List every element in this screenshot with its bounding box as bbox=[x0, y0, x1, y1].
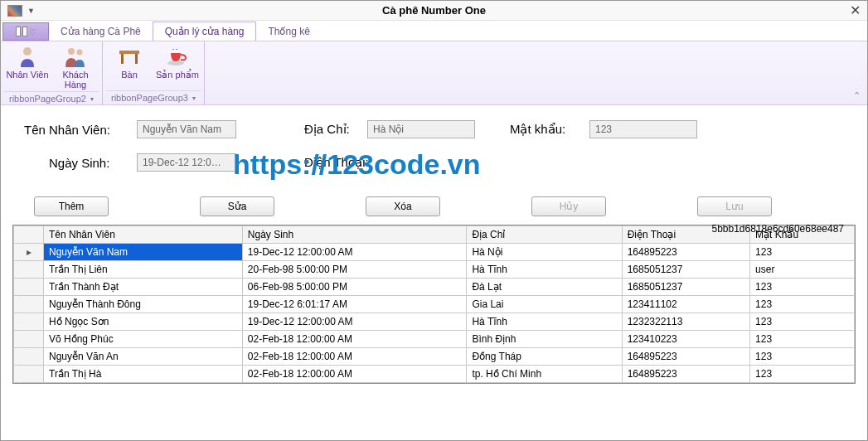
cell[interactable]: 02-Feb-18 12:00:00 AM bbox=[242, 366, 467, 383]
cell[interactable]: Hà Nội bbox=[467, 244, 622, 261]
svg-rect-3 bbox=[119, 51, 139, 54]
cell[interactable]: 164895223 bbox=[622, 348, 749, 366]
cell[interactable]: tp. Hồ Chí Minh bbox=[467, 366, 622, 383]
input-name[interactable] bbox=[137, 120, 236, 138]
file-tab[interactable]: ♡ bbox=[2, 22, 49, 41]
cell[interactable]: 123 bbox=[750, 296, 855, 313]
cancel-button[interactable]: Hủy bbox=[531, 196, 606, 216]
row-indicator bbox=[14, 296, 44, 313]
close-button[interactable]: ✕ bbox=[850, 2, 861, 18]
delete-button[interactable]: Xóa bbox=[366, 196, 440, 216]
cell[interactable]: 123 bbox=[750, 313, 855, 331]
column-header[interactable]: Tên Nhân Viên bbox=[44, 226, 243, 244]
cell[interactable]: Trần Thành Đạt bbox=[44, 279, 243, 296]
cell[interactable]: Nguyễn Văn An bbox=[44, 348, 243, 366]
ribbon-nhan-vien[interactable]: Nhân Viên bbox=[4, 43, 51, 91]
cell[interactable]: 20-Feb-98 5:00:00 PM bbox=[242, 261, 467, 279]
data-grid[interactable]: Tên Nhân ViênNgày SinhĐịa ChỉĐiện ThoạiM… bbox=[12, 225, 856, 384]
qat-dropdown-icon[interactable]: ▼ bbox=[27, 7, 35, 15]
ribbon-group-3: Bàn Sản phẩm ribbonPageGroup3▾ bbox=[103, 41, 205, 104]
cell[interactable]: 123 bbox=[750, 279, 855, 296]
table-row[interactable]: Trần Thành Đạt06-Feb-98 5:00:00 PMĐà Lạt… bbox=[14, 279, 855, 296]
ribbon-ban[interactable]: Bàn bbox=[106, 43, 153, 81]
cell[interactable]: Trần Thị Liên bbox=[44, 261, 243, 279]
tab-quan-ly[interactable]: Quản lý cửa hàng bbox=[153, 22, 257, 41]
table-row[interactable]: Trần Thị Liên20-Feb-98 5:00:00 PMHà Tĩnh… bbox=[14, 261, 855, 279]
cell[interactable]: Hà Tĩnh bbox=[467, 261, 622, 279]
table-icon bbox=[116, 45, 143, 68]
row-indicator bbox=[14, 261, 44, 279]
cell[interactable] bbox=[622, 383, 749, 385]
cell[interactable]: 1232322113 bbox=[622, 313, 749, 331]
chevron-down-icon[interactable]: ▾ bbox=[90, 95, 94, 103]
ribbon-collapse-button[interactable]: ⌃ bbox=[853, 90, 861, 101]
cell[interactable]: Trần Thị Hà bbox=[44, 366, 243, 383]
new-row[interactable]: * bbox=[14, 383, 855, 385]
cell[interactable]: Đà Lạt bbox=[467, 279, 622, 296]
row-indicator: ▸ bbox=[14, 244, 44, 261]
add-button[interactable]: Thêm bbox=[34, 196, 109, 216]
cell[interactable]: Bình Định bbox=[467, 331, 622, 348]
cell[interactable]: Nguyễn Thành Đông bbox=[44, 296, 243, 313]
cell[interactable]: 164895223 bbox=[622, 244, 749, 261]
cell[interactable]: 02-Feb-18 12:00:00 AM bbox=[242, 348, 467, 366]
ribbon-san-pham[interactable]: Sản phẩm bbox=[154, 43, 201, 81]
cell[interactable]: 123 bbox=[750, 331, 855, 348]
cell[interactable] bbox=[242, 383, 467, 385]
table-row[interactable]: Nguyễn Thành Đông19-Dec-12 6:01:17 AMGia… bbox=[14, 296, 855, 313]
cell[interactable]: 02-Feb-18 12:00:00 AM bbox=[242, 331, 467, 348]
input-password[interactable] bbox=[589, 120, 697, 138]
label-phone: Điện Thoại: bbox=[304, 155, 387, 170]
tab-thong-ke[interactable]: Thống kê bbox=[256, 22, 321, 41]
cell[interactable]: 123 bbox=[750, 348, 855, 366]
save-button[interactable]: Lưu bbox=[697, 196, 772, 216]
table-row[interactable]: Hồ Ngọc Sơn19-Dec-12 12:00:00 AM Hà Tĩnh… bbox=[14, 313, 855, 331]
ribbon-label: Khách Hàng bbox=[54, 70, 97, 90]
hash-label: 5bbb1d6818e6cd60e68ee487 bbox=[712, 223, 845, 235]
ribbon-khach-hang[interactable]: Khách Hàng bbox=[52, 43, 99, 91]
cell[interactable]: 1685051237 bbox=[622, 279, 749, 296]
row-header-corner bbox=[14, 226, 44, 244]
ribbon-label: Sản phẩm bbox=[156, 70, 199, 80]
cell[interactable] bbox=[467, 383, 622, 385]
cell[interactable] bbox=[44, 383, 243, 385]
cell[interactable]: 19-Dec-12 12:00:00 AM bbox=[242, 313, 467, 331]
new-row-indicator: * bbox=[14, 383, 44, 385]
cell[interactable]: 123410223 bbox=[622, 331, 749, 348]
cell[interactable]: Gia Lai bbox=[467, 296, 622, 313]
group-caption: ribbonPageGroup2▾ bbox=[4, 91, 99, 105]
column-header[interactable]: Ngày Sinh bbox=[242, 226, 467, 244]
coffee-icon bbox=[164, 45, 191, 68]
edit-button[interactable]: Sửa bbox=[200, 196, 274, 216]
cell[interactable]: Đồng Tháp bbox=[467, 348, 622, 366]
tab-cua-hang[interactable]: Cửa hàng Cà Phê bbox=[49, 22, 153, 41]
cell[interactable]: Võ Hồng Phúc bbox=[44, 331, 243, 348]
column-header[interactable]: Địa Chỉ bbox=[467, 226, 622, 244]
table-row[interactable]: Võ Hồng Phúc02-Feb-18 12:00:00 AMBình Đị… bbox=[14, 331, 855, 348]
cell[interactable]: 164895223 bbox=[622, 366, 749, 383]
table-row[interactable]: ▸Nguyễn Văn Nam19-Dec-12 12:00:00 AMHà N… bbox=[14, 244, 855, 261]
chevron-down-icon[interactable]: ▾ bbox=[192, 94, 196, 102]
table-row[interactable]: Nguyễn Văn An02-Feb-18 12:00:00 AMĐồng T… bbox=[14, 348, 855, 366]
row-indicator bbox=[14, 279, 44, 296]
cell[interactable]: 19-Dec-12 12:00:00 AM bbox=[242, 244, 467, 261]
cell[interactable] bbox=[750, 383, 855, 385]
input-dob[interactable] bbox=[137, 153, 236, 172]
cell[interactable]: 123 bbox=[750, 244, 855, 261]
ribbon-label: Bàn bbox=[121, 70, 138, 80]
cell[interactable]: Nguyễn Văn Nam bbox=[44, 244, 243, 261]
cell[interactable]: 1685051237 bbox=[622, 261, 749, 279]
cell[interactable]: 123 bbox=[750, 366, 855, 383]
cell[interactable]: Hà Tĩnh bbox=[467, 313, 622, 331]
table-row[interactable]: Trần Thị Hà02-Feb-18 12:00:00 AMtp. Hồ C… bbox=[14, 366, 855, 383]
cell[interactable]: 19-Dec-12 6:01:17 AM bbox=[242, 296, 467, 313]
cell[interactable]: 06-Feb-98 5:00:00 PM bbox=[242, 279, 467, 296]
cell[interactable]: user bbox=[750, 261, 855, 279]
person-icon bbox=[14, 45, 41, 68]
input-address[interactable] bbox=[367, 120, 475, 138]
ribbon-tabs: ♡ Cửa hàng Cà Phê Quản lý cửa hàng Thống… bbox=[1, 21, 867, 41]
cell[interactable]: Hồ Ngọc Sơn bbox=[44, 313, 243, 331]
cell[interactable]: 123411102 bbox=[622, 296, 749, 313]
row-indicator bbox=[14, 313, 44, 331]
svg-rect-4 bbox=[121, 54, 124, 64]
